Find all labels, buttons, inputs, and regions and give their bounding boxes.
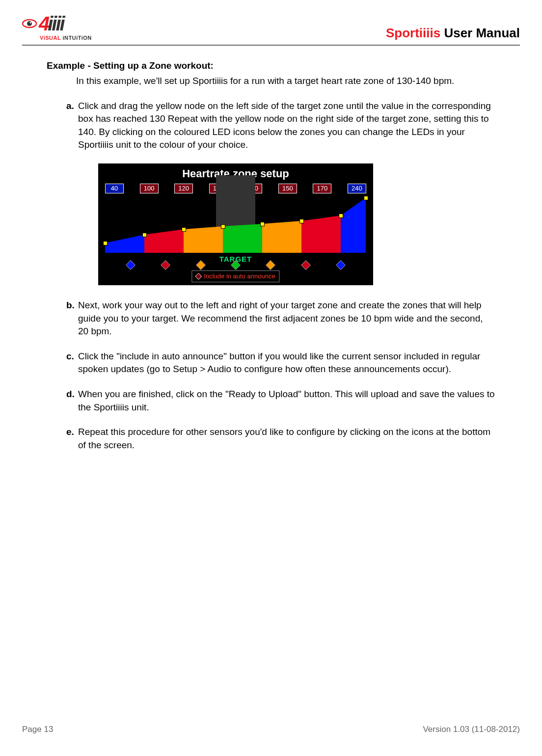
zone-node[interactable] <box>339 214 343 218</box>
zone-node[interactable] <box>299 219 304 223</box>
svg-point-2 <box>30 22 31 24</box>
led-icon[interactable] <box>336 260 346 270</box>
step-text: Repeat this procedure for other sensors … <box>78 426 495 452</box>
step-a: a. Click and drag the yellow node on the… <box>66 100 495 152</box>
svg-marker-5 <box>184 226 223 253</box>
led-icon[interactable] <box>231 260 241 270</box>
led-icon[interactable] <box>266 260 275 270</box>
page-footer: Page 13 Version 1.03 (11-08-2012) <box>22 724 520 735</box>
section-heading: Example - Setting up a Zone workout: <box>47 59 495 73</box>
zone-node[interactable] <box>142 233 147 237</box>
step-label: a. <box>66 100 77 152</box>
document-title: Sportiiiis User Manual <box>386 24 520 42</box>
zone-plot <box>98 192 373 253</box>
step-label: b. <box>66 299 77 338</box>
step-label: d. <box>66 388 77 414</box>
zone-node[interactable] <box>260 222 265 226</box>
zone-node[interactable] <box>182 227 186 232</box>
version-label: Version 1.03 (11-08-2012) <box>423 724 520 735</box>
page-header: 4 iiii ViSUAL iNTUiTiON Sportiiiis User … <box>22 10 520 46</box>
svg-point-1 <box>27 21 32 26</box>
step-label: e. <box>66 426 77 452</box>
brand-suffix: iiii <box>48 10 63 37</box>
step-e: e. Repeat this procedure for other senso… <box>66 426 495 452</box>
svg-marker-7 <box>262 221 301 253</box>
step-d: d. When you are finished, click on the "… <box>66 388 495 414</box>
intro-text: In this example, we'll set up Sportiiiis… <box>76 75 495 88</box>
eye-icon <box>22 18 37 29</box>
chart-container: Heartrate zone setup 40 100 120 130 140 … <box>98 163 495 285</box>
step-text: Next, work your way out to the left and … <box>78 299 495 338</box>
brand-prefix: 4 <box>39 10 49 37</box>
led-icon[interactable] <box>196 260 206 270</box>
page-content: Example - Setting up a Zone workout: In … <box>22 59 520 452</box>
led-row <box>98 262 373 269</box>
svg-marker-6 <box>223 224 262 253</box>
svg-marker-3 <box>105 235 144 253</box>
step-label: c. <box>66 350 77 376</box>
diamond-icon <box>195 273 202 280</box>
zone-node[interactable] <box>103 241 108 245</box>
heartrate-zone-chart: Heartrate zone setup 40 100 120 130 140 … <box>98 163 373 285</box>
step-text: Click the "include in auto announce" but… <box>78 350 495 376</box>
page-number: Page 13 <box>22 724 53 735</box>
step-text: When you are finished, click on the "Rea… <box>78 388 495 414</box>
zone-node[interactable] <box>221 224 225 229</box>
step-c: c. Click the "include in auto announce" … <box>66 350 495 376</box>
zone-node[interactable] <box>364 196 368 200</box>
step-b: b. Next, work your way out to the left a… <box>66 299 495 338</box>
brand-tagline: ViSUAL iNTUiTiON <box>40 34 92 42</box>
auto-announce-button[interactable]: Include in auto announce <box>191 270 279 282</box>
auto-announce-label: Include in auto announce <box>204 272 275 281</box>
svg-marker-8 <box>301 216 341 253</box>
led-icon[interactable] <box>126 260 136 270</box>
svg-marker-4 <box>144 229 184 253</box>
svg-marker-9 <box>341 198 366 253</box>
led-icon[interactable] <box>301 260 311 270</box>
led-icon[interactable] <box>161 260 170 270</box>
step-text: Click and drag the yellow node on the le… <box>78 100 495 152</box>
brand-logo: 4 iiii ViSUAL iNTUiTiON <box>22 10 92 42</box>
